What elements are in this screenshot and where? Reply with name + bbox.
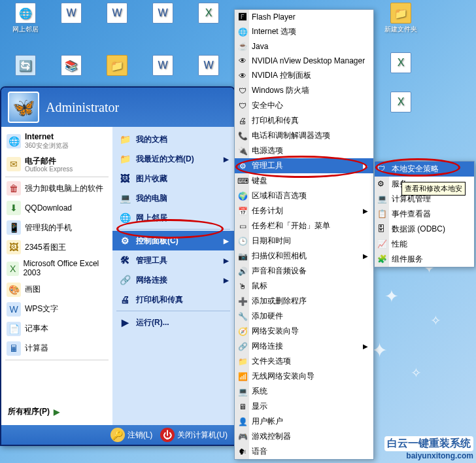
calculator-icon: 🖩 (7, 341, 21, 356)
rmenu-pictures[interactable]: 🖼图片收藏 (112, 169, 234, 188)
control-panel-item[interactable]: 🌐Internet 选项 (235, 24, 373, 39)
rmenu-admin-tools[interactable]: 🛠管理工具▶ (112, 250, 234, 270)
menu-item-icon: 📞 (237, 131, 248, 141)
control-panel-item[interactable]: ➕添加或删除程序 (235, 294, 373, 309)
desktop-icon-word-5[interactable]: W (186, 55, 231, 76)
desktop-icon-neighborhood[interactable]: 🌐网上邻居 (3, 3, 48, 34)
desktop-icon-books[interactable]: 📚 (48, 55, 94, 76)
pinned-internet[interactable]: 🌐Internet360安全浏览器 (1, 129, 112, 153)
menu-item-label: 数据源 (ODBC) (392, 224, 445, 235)
separator (5, 360, 109, 360)
word-icon: W (107, 3, 128, 24)
shutdown-button[interactable]: ⏻关闭计算机(U) (160, 428, 228, 442)
item-title: 计算器 (25, 343, 48, 354)
menu-item-icon: 🖥 (237, 402, 248, 412)
item-label: 我的文档 (136, 134, 167, 145)
menu-item-icon: 🌐 (237, 27, 248, 37)
control-panel-item[interactable]: 🔊声音和音频设备 (235, 264, 373, 279)
control-panel-item[interactable]: 🔌电源选项 (235, 143, 373, 158)
control-panel-item[interactable]: ⌨键盘 (235, 173, 373, 188)
pinned-qqdownload[interactable]: ⬇QQDownload (1, 198, 112, 218)
control-panel-item[interactable]: 🖱鼠标 (235, 279, 373, 294)
pinned-phone-manager[interactable]: 📱管理我的手机 (1, 218, 112, 237)
control-panel-item[interactable]: 🛡安全中心 (235, 98, 373, 113)
desktop-icon-excel-1[interactable]: X (186, 3, 231, 34)
pinned-uninstall[interactable]: 🗑强力卸载电脑上的软件 (1, 179, 112, 198)
pinned-2345pic[interactable]: 🖼2345看图王 (1, 237, 112, 257)
menu-item-icon: 🕒 (237, 236, 248, 247)
rmenu-network[interactable]: 🌐网上邻居 (112, 208, 234, 228)
item-title: 记事本 (25, 323, 48, 334)
control-panel-item[interactable]: 🎮游戏控制器 (235, 429, 373, 444)
control-panel-item[interactable]: 💻系统 (235, 384, 373, 399)
control-panel-item[interactable]: ▭任务栏和「开始」菜单 (235, 218, 373, 233)
desktop-icon-word-3[interactable]: W (140, 3, 186, 34)
control-panel-item[interactable]: 🔗网络连接▶ (235, 339, 373, 354)
rmenu-run[interactable]: ▶运行(R)... (112, 313, 234, 332)
rmenu-mycomputer[interactable]: 💻我的电脑 (112, 188, 234, 208)
pinned-paint[interactable]: 🎨画图 (1, 280, 112, 300)
user-avatar[interactable]: 🦋 (8, 92, 39, 123)
desktop-icon-folder[interactable]: 📁 (94, 55, 140, 76)
control-panel-item[interactable]: ⚙管理工具▶ (235, 158, 373, 173)
word-icon: W (152, 3, 173, 24)
watermark-title: 白云一键重装系统 (384, 436, 473, 451)
pinned-wps[interactable]: WWPS文字 (1, 300, 112, 319)
control-panel-item[interactable]: 👁NVIDIA 控制面板 (235, 68, 373, 83)
admin-tool-item[interactable]: 🗄数据源 (ODBC) (375, 222, 474, 237)
control-panel-item[interactable]: 🛡Windows 防火墙 (235, 83, 373, 98)
rmenu-mydocs[interactable]: 📁我的文档 (112, 129, 234, 149)
control-panel-item[interactable]: 🧭网络安装向导 (235, 324, 373, 339)
desktop-icon-newfolder[interactable]: 📁新建文件夹 (378, 3, 424, 34)
desktop-icon-recycle[interactable]: 🔄 (3, 55, 48, 76)
rmenu-printers[interactable]: 🖨打印机和传真 (112, 290, 234, 309)
desktop-icon-label: 网上邻居 (12, 25, 39, 34)
menu-item-icon: ⚙ (237, 161, 248, 171)
control-panel-item[interactable]: 🖥显示 (235, 399, 373, 414)
desktop-icon-excel-2[interactable]: X (378, 52, 424, 73)
menu-item-icon: 💻 (377, 194, 388, 205)
menu-item-icon: ⌨ (237, 176, 248, 186)
rmenu-network-conn[interactable]: 🔗网络连接▶ (112, 270, 234, 290)
desktop-icon-word-1[interactable]: W (48, 3, 94, 34)
admin-tool-item[interactable]: 🧩组件服务 (375, 252, 474, 267)
admin-tool-item[interactable]: 📋事件查看器 (375, 207, 474, 222)
admin-tool-item[interactable]: 📈性能 (375, 237, 474, 252)
rmenu-control-panel[interactable]: ⚙控制面板(C)▶ (112, 231, 234, 250)
control-panel-item[interactable]: 🕒日期和时间 (235, 233, 373, 249)
control-panel-item[interactable]: 📶无线网络安装向导 (235, 369, 373, 384)
control-panel-item[interactable]: 👁NVIDIA nView Desktop Manager (235, 54, 373, 68)
desktop-icon-excel-3[interactable]: X (378, 92, 424, 112)
pinned-notepad[interactable]: 📄记事本 (1, 319, 112, 339)
desktop-icon-label: 新建文件夹 (384, 25, 417, 34)
globe-icon: 🌐 (15, 3, 36, 24)
folder-icon: 📁 (107, 55, 128, 76)
rmenu-recent[interactable]: 📁我最近的文档(D)▶ (112, 149, 234, 169)
logoff-button[interactable]: 🔑注销(L) (110, 428, 153, 442)
control-panel-item[interactable]: 🖨打印机和传真 (235, 113, 373, 128)
menu-item-icon: 🧩 (377, 254, 388, 265)
item-label: 管理工具 (136, 255, 167, 266)
control-panel-item[interactable]: 🌍区域和语言选项 (235, 188, 373, 203)
control-panel-item[interactable]: 🗣语音 (235, 444, 373, 459)
menu-item-icon: 🗄 (377, 224, 388, 235)
pinned-calculator[interactable]: 🖩计算器 (1, 339, 112, 358)
control-panel-item[interactable]: 📅任务计划▶ (235, 203, 373, 218)
pinned-excel2003[interactable]: XMicrosoft Office Excel 2003 (1, 257, 112, 279)
control-panel-item[interactable]: 📷扫描仪和照相机▶ (235, 249, 373, 264)
control-panel-item[interactable]: 👤用户帐户 (235, 414, 373, 429)
control-panel-item[interactable]: 🅵Flash Player (235, 10, 373, 24)
pinned-email[interactable]: ✉电子邮件Outlook Express (1, 153, 112, 175)
control-panel-item[interactable]: 📁文件夹选项 (235, 354, 373, 369)
desktop-icon-word-2[interactable]: W (94, 3, 140, 34)
control-panel-item[interactable]: ☕Java (235, 39, 373, 54)
computer-icon: 💻 (118, 191, 132, 205)
globe-icon: 🌐 (118, 211, 132, 225)
desktop-icon-word-4[interactable]: W (140, 55, 186, 76)
all-programs[interactable]: 所有程序(P)▶ (1, 401, 112, 422)
control-panel-item[interactable]: 📞电话和调制解调器选项 (235, 128, 373, 143)
control-panel-item[interactable]: 🔧添加硬件 (235, 309, 373, 324)
start-menu: 🦋 Administrator 🌐Internet360安全浏览器 ✉电子邮件O… (0, 86, 235, 446)
admin-tool-item[interactable]: 🛡本地安全策略 (375, 162, 474, 177)
menu-item-label: 添加或删除程序 (252, 296, 307, 307)
